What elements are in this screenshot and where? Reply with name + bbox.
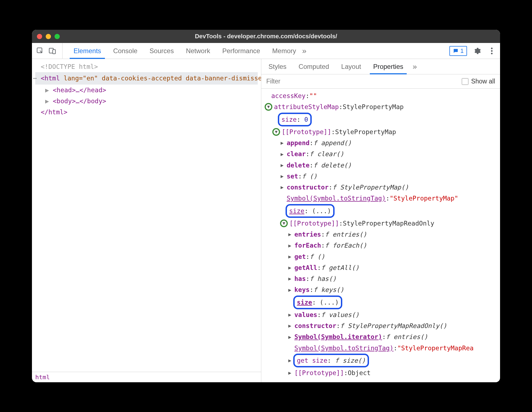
property-key: attributeStyleMap [274, 101, 339, 112]
property-row[interactable]: size: (...) [265, 296, 500, 309]
property-key: entries [294, 229, 321, 240]
subtab-computed[interactable]: Computed [292, 59, 335, 74]
tab-memory[interactable]: Memory [266, 43, 302, 59]
subtab-layout[interactable]: Layout [335, 59, 367, 74]
expand-icon[interactable]: ▶ [288, 252, 293, 261]
minimize-button[interactable] [46, 34, 51, 39]
svg-point-5 [491, 53, 493, 54]
kebab-menu-icon[interactable] [487, 46, 497, 56]
property-key: getAll [294, 262, 317, 273]
toolbar-left [35, 43, 63, 59]
property-row[interactable]: ▶values: f values() [265, 309, 500, 320]
tab-network[interactable]: Network [180, 43, 216, 59]
property-row[interactable]: ▶has: f has() [265, 273, 500, 284]
property-row[interactable]: ▶set: f () [265, 171, 500, 182]
svg-rect-2 [53, 50, 55, 54]
property-row[interactable]: ▶delete: f delete() [265, 160, 500, 171]
window-title: DevTools - developer.chrome.com/docs/dev… [195, 33, 337, 40]
property-key: values [294, 309, 317, 320]
property-row[interactable]: ▶get size: f size() [265, 354, 500, 367]
dom-tree[interactable]: <!DOCTYPE html> <html lang="en" data-coo… [32, 59, 261, 372]
traffic-lights [37, 34, 60, 39]
tab-performance[interactable]: Performance [216, 43, 266, 59]
subtab-properties[interactable]: Properties [367, 59, 409, 74]
expand-icon[interactable]: ▶ [288, 333, 293, 341]
dom-body[interactable]: ▶ <body>…</body> [35, 96, 258, 107]
device-toggle-icon[interactable] [47, 46, 57, 56]
expand-circle-icon[interactable]: ▼ [272, 128, 280, 136]
property-row[interactable]: ▶forEach: f forEach() [265, 240, 500, 251]
show-all-label[interactable]: Show all [462, 78, 495, 85]
property-row[interactable]: ▶get: f () [265, 251, 500, 262]
issues-button[interactable]: 1 [449, 46, 467, 56]
property-key: clear [287, 148, 306, 159]
devtools-window: DevTools - developer.chrome.com/docs/dev… [32, 30, 500, 382]
content: <!DOCTYPE html> <html lang="en" data-coo… [32, 59, 500, 382]
show-all-checkbox[interactable] [462, 78, 468, 85]
property-row[interactable]: ▶constructor: f StylePropertyMapReadOnly… [265, 320, 500, 331]
property-row[interactable]: ▼attributeStyleMap: StylePropertyMap [265, 101, 500, 112]
property-row[interactable]: Symbol(Symbol.toStringTag): "StyleProper… [265, 343, 500, 354]
expand-icon[interactable]: ▶ [281, 183, 286, 192]
dom-html-open[interactable]: <html lang="en" data-cookies-accepted da… [35, 72, 258, 84]
property-key: has [294, 273, 306, 284]
maximize-button[interactable] [55, 34, 60, 39]
settings-icon[interactable] [472, 46, 482, 56]
tab-elements[interactable]: Elements [67, 43, 107, 59]
filter-input[interactable] [266, 78, 462, 85]
property-row[interactable]: ▶constructor: f StylePropertyMap() [265, 182, 500, 193]
breadcrumb[interactable]: html [32, 372, 261, 382]
property-row[interactable]: ▶[[Prototype]]: Object [265, 367, 500, 378]
expand-icon[interactable]: ▶ [281, 139, 286, 147]
expand-icon[interactable]: ▶ [288, 286, 293, 294]
issues-count: 1 [460, 47, 464, 55]
property-key: [[Prototype]] [294, 367, 344, 378]
property-key: [[Prototype]] [289, 218, 339, 229]
tab-console[interactable]: Console [107, 43, 143, 59]
property-key: Symbol(Symbol.toStringTag) [287, 193, 386, 204]
expand-icon[interactable]: ▶ [288, 230, 293, 239]
property-row[interactable]: accessKey: "" [265, 90, 500, 101]
property-row[interactable]: Symbol(Symbol.toStringTag): "StyleProper… [265, 193, 500, 204]
expand-icon[interactable]: ▶ [288, 263, 293, 272]
svg-point-4 [491, 50, 493, 52]
expand-icon[interactable]: ▶ [288, 356, 293, 365]
tab-sources[interactable]: Sources [143, 43, 180, 59]
dom-doctype[interactable]: <!DOCTYPE html> [35, 61, 258, 72]
dom-head[interactable]: ▶ <head>…</head> [35, 85, 258, 96]
more-subtabs-icon[interactable]: » [413, 62, 417, 71]
expand-icon[interactable]: ▶ [288, 274, 293, 283]
inspect-icon[interactable] [35, 46, 45, 56]
property-row[interactable]: ▶keys: f keys() [265, 284, 500, 295]
expand-icon[interactable]: ▶ [281, 172, 286, 181]
sidebar-tabs: Styles Computed Layout Properties » [261, 59, 500, 74]
expand-circle-icon[interactable]: ▼ [280, 219, 288, 227]
property-row[interactable]: ▶clear: f clear() [265, 148, 500, 159]
expand-circle-icon[interactable]: ▼ [265, 103, 272, 111]
dom-html-close[interactable]: </html> [35, 107, 258, 118]
property-row[interactable]: size: 0 [265, 113, 500, 126]
property-key: Symbol(Symbol.iterator) [294, 331, 382, 342]
expand-icon[interactable]: ▶ [288, 321, 293, 330]
more-tabs-icon[interactable]: » [302, 47, 306, 55]
property-row[interactable]: ▼[[Prototype]]: StylePropertyMap [265, 126, 500, 137]
expand-icon[interactable]: ▶ [281, 150, 286, 159]
property-row[interactable]: ▶entries: f entries() [265, 229, 500, 240]
property-key: Symbol(Symbol.toStringTag) [294, 343, 393, 354]
expand-icon[interactable]: ▶ [288, 310, 293, 319]
property-row[interactable]: ▶append: f append() [265, 137, 500, 148]
subtab-styles[interactable]: Styles [262, 59, 292, 74]
titlebar: DevTools - developer.chrome.com/docs/dev… [32, 30, 500, 43]
property-key: forEach [294, 240, 321, 251]
property-key: constructor [294, 320, 336, 331]
expand-icon[interactable]: ▶ [281, 161, 286, 170]
properties-tree[interactable]: accessKey: ""▼attributeStyleMap: StylePr… [261, 89, 500, 382]
property-row[interactable]: size: (...) [265, 204, 500, 218]
expand-icon[interactable]: ▶ [288, 241, 293, 250]
close-button[interactable] [37, 34, 42, 39]
main-toolbar: Elements Console Sources Network Perform… [32, 43, 500, 59]
property-row[interactable]: ▼[[Prototype]]: StylePropertyMapReadOnly [265, 218, 500, 229]
property-row[interactable]: ▶Symbol(Symbol.iterator): f entries() [265, 331, 500, 342]
property-row[interactable]: ▶getAll: f getAll() [265, 262, 500, 273]
expand-icon[interactable]: ▶ [288, 368, 293, 377]
